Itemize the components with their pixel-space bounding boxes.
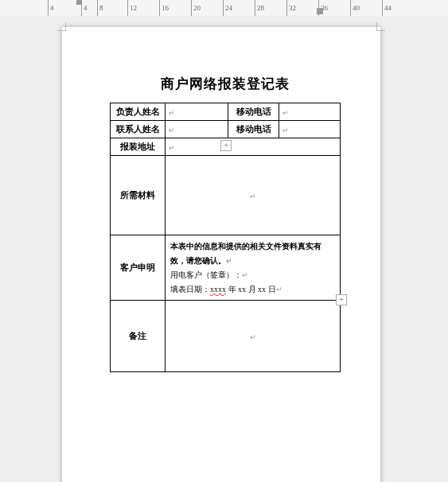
ruler-tick: 24 (223, 0, 232, 16)
cell-value[interactable]: ↵ (166, 103, 228, 121)
table-row[interactable]: 负责人姓名 ↵ 移动电话 ↵ (111, 103, 341, 121)
ruler-tick: 40 (350, 0, 360, 16)
ruler-tick: 28 (255, 0, 264, 16)
cell-label[interactable]: 联系人姓名 (111, 121, 166, 138)
ruler-tick: 32 (286, 0, 296, 16)
ruler-indent-marker[interactable] (317, 8, 323, 14)
margin-corner-icon (57, 22, 66, 31)
table-row[interactable]: 所需材料 ↵ (111, 156, 341, 235)
cell-label[interactable]: 报装地址 (111, 138, 166, 156)
declaration-line[interactable]: 用电客户（签章）：↵ (170, 268, 335, 282)
cell-label[interactable]: 所需材料 (111, 156, 166, 235)
document-title[interactable]: 商户网络报装登记表 (110, 75, 341, 93)
ruler-tick: 44 (382, 0, 392, 16)
cell-value[interactable]: ↵ (166, 138, 341, 156)
table-row[interactable]: 客户申明 本表中的信息和提供的相关文件资料真实有效，请您确认。↵ 用电客户（签章… (111, 235, 341, 301)
declaration-line[interactable]: 填表日期：xxxx 年 xx 月 xx 日↵ (170, 282, 335, 297)
cell-value[interactable]: ↵ (279, 103, 341, 121)
table-row[interactable]: 备注 ↵ (111, 301, 341, 372)
page[interactable]: 商户网络报装登记表 + 负责人姓名 ↵ 移动电话 ↵ 联系人姓名 ↵ 移动电话 … (62, 27, 380, 482)
cell-value[interactable]: ↵ (166, 301, 341, 372)
cell-label[interactable]: 客户申明 (111, 235, 166, 301)
cell-label[interactable]: 移动电话 (228, 121, 279, 138)
horizontal-ruler: 4 4 8 12 16 20 24 28 32 36 40 44 (0, 0, 448, 17)
ruler-tick: 16 (159, 0, 169, 16)
cell-declaration[interactable]: 本表中的信息和提供的相关文件资料真实有效，请您确认。↵ 用电客户（签章）：↵ 填… (166, 235, 341, 301)
margin-corner-icon (376, 22, 385, 31)
cell-label[interactable]: 负责人姓名 (111, 103, 166, 121)
table-handle-icon[interactable]: + (220, 140, 232, 151)
ruler-tab-marker[interactable] (76, 0, 81, 5)
cell-value[interactable]: ↵ (279, 121, 341, 138)
table-row[interactable]: 联系人姓名 ↵ 移动电话 ↵ (111, 121, 341, 138)
ruler-tick: 4 (48, 0, 54, 16)
cell-label[interactable]: 移动电话 (228, 103, 279, 121)
declaration-line[interactable]: 本表中的信息和提供的相关文件资料真实有效，请您确认。↵ (170, 239, 335, 268)
ruler-tick: 4 (81, 0, 88, 16)
cell-label[interactable]: 备注 (111, 301, 166, 372)
document-workspace[interactable]: 商户网络报装登记表 + 负责人姓名 ↵ 移动电话 ↵ 联系人姓名 ↵ 移动电话 … (0, 16, 448, 482)
cell-value[interactable]: ↵ (166, 121, 228, 138)
ruler-tick: 12 (127, 0, 137, 16)
page-content[interactable]: 商户网络报装登记表 + 负责人姓名 ↵ 移动电话 ↵ 联系人姓名 ↵ 移动电话 … (110, 75, 341, 372)
ruler-tick: 8 (97, 0, 103, 16)
ruler-tick: 20 (191, 0, 201, 16)
table-handle-icon[interactable]: + (336, 294, 347, 305)
cell-value[interactable]: ↵ (166, 156, 341, 235)
